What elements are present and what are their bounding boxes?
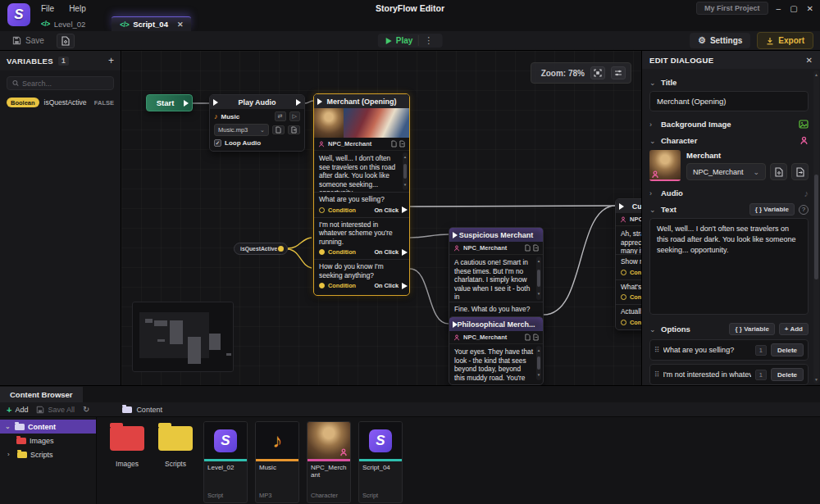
- delete-option-button[interactable]: Delete: [771, 368, 804, 381]
- canvas-settings-button[interactable]: [611, 66, 626, 79]
- tree-item-content[interactable]: ⌄ Content: [0, 420, 96, 434]
- section-title[interactable]: ⌄ Title: [649, 75, 809, 89]
- refresh-icon[interactable]: ↻: [83, 405, 89, 414]
- asset-folder-scripts[interactable]: Scripts: [155, 421, 196, 468]
- file-icon[interactable]: [391, 140, 397, 148]
- node-variable-isquestactive[interactable]: isQuestActive: [234, 243, 288, 255]
- file-arrow-icon[interactable]: [533, 334, 539, 341]
- browse-file-button[interactable]: [272, 125, 285, 134]
- file-icon[interactable]: [525, 244, 531, 252]
- panel-scrollbar[interactable]: ▲ ▼: [813, 70, 819, 384]
- input-port[interactable]: [453, 321, 458, 328]
- locate-character-button[interactable]: [791, 163, 809, 180]
- output-port[interactable]: [278, 246, 284, 252]
- character-select[interactable]: NPC_Merchant ⌄: [686, 163, 766, 180]
- output-port[interactable]: [402, 207, 408, 213]
- export-button[interactable]: Export: [757, 32, 813, 49]
- node-play-audio[interactable]: Play Audio ♪ Music ⇄ ▷ Music.mp3 ⌄: [209, 94, 305, 152]
- asset-card-level-02[interactable]: S Level_02 Script: [203, 421, 248, 503]
- audio-file-select[interactable]: Music.mp3 ⌄: [214, 124, 269, 136]
- scroll-down-icon[interactable]: ▼: [403, 181, 407, 190]
- search-input[interactable]: [22, 79, 108, 88]
- asset-card-script-04[interactable]: S Script_04 Script: [358, 421, 403, 503]
- tab-script-04[interactable]: </> Script_04 ✕: [112, 16, 191, 31]
- close-panel-icon[interactable]: ✕: [806, 56, 813, 65]
- scroll-thumb[interactable]: [403, 164, 407, 179]
- node-header[interactable]: Play Audio: [210, 95, 304, 109]
- project-badge[interactable]: My First Project: [696, 2, 768, 15]
- new-file-button[interactable]: [57, 34, 75, 48]
- option-text-input[interactable]: [663, 370, 751, 379]
- node-suspicious-merchant[interactable]: Suspicious Merchant NPC_Merchant A cauti…: [449, 227, 544, 329]
- option-row[interactable]: What are you selling? Condition On Click: [314, 192, 409, 217]
- output-port[interactable]: [184, 100, 189, 107]
- node-header[interactable]: Suspicious Merchant: [449, 228, 543, 242]
- menu-file[interactable]: File: [39, 2, 56, 15]
- scrollbar[interactable]: ▲▼: [403, 152, 408, 190]
- section-text[interactable]: ⌄ Text { } Variable ?: [649, 202, 809, 216]
- maximize-button[interactable]: ▢: [790, 4, 797, 13]
- play-options-kebab-icon[interactable]: ⋮: [417, 35, 439, 46]
- condition-port[interactable]: [621, 320, 626, 325]
- section-options[interactable]: ⌄ Options { } Variable + Add: [649, 322, 809, 336]
- save-button[interactable]: Save: [7, 34, 50, 48]
- dialogue-text[interactable]: A cautious one! Smart in these times. Bu…: [449, 255, 543, 302]
- chevron-right-icon[interactable]: ›: [7, 451, 14, 458]
- scroll-thumb[interactable]: [537, 270, 540, 286]
- section-background-image[interactable]: › Background Image: [649, 117, 809, 131]
- add-option-button[interactable]: + Add: [779, 323, 809, 335]
- drag-handle-icon[interactable]: ⠿: [654, 346, 659, 354]
- locate-file-button[interactable]: [288, 125, 300, 134]
- input-port[interactable]: [453, 232, 458, 238]
- option-row[interactable]: What's your best item? Condition: [616, 279, 641, 305]
- scroll-thumb[interactable]: [814, 175, 818, 280]
- scroll-up-icon[interactable]: ▲: [403, 153, 407, 162]
- scroll-down-icon[interactable]: ▼: [814, 377, 818, 382]
- condition-port[interactable]: [319, 207, 325, 213]
- preview-audio-button[interactable]: ▷: [289, 111, 300, 121]
- node-header[interactable]: Philosophical Merch...: [449, 317, 543, 331]
- node-philosophical-merchant[interactable]: Philosophical Merch... NPC_Merchant Your…: [449, 316, 544, 385]
- node-merchant-opening[interactable]: Merchant (Opening) NPC_Merchant Well, we…: [313, 93, 410, 296]
- option-row[interactable]: How do you know I'm seeking anything? Co…: [314, 259, 409, 295]
- variables-search[interactable]: [7, 76, 114, 90]
- input-port[interactable]: [213, 99, 218, 106]
- condition-port[interactable]: [621, 294, 626, 300]
- character-thumbnail[interactable]: [649, 150, 681, 181]
- scrollbar[interactable]: ▲▼: [536, 346, 541, 380]
- variable-row[interactable]: Boolean isQuestActive FALSE: [0, 93, 121, 111]
- variable-value[interactable]: FALSE: [94, 99, 114, 107]
- tab-close-icon[interactable]: ✕: [177, 20, 184, 29]
- content-browser-tab[interactable]: Content Browser: [0, 387, 83, 402]
- fit-view-button[interactable]: [590, 66, 605, 79]
- option-row[interactable]: I'm not interested in whatever scheme yo…: [314, 217, 409, 260]
- minimap[interactable]: [132, 302, 234, 372]
- add-variable-button[interactable]: +: [108, 56, 114, 66]
- file-arrow-icon[interactable]: [533, 244, 539, 252]
- option-row[interactable]: Show me your wares. Condition: [616, 254, 641, 279]
- settings-button[interactable]: ⚙ Settings: [690, 33, 750, 48]
- output-port[interactable]: [296, 99, 301, 106]
- browse-character-button[interactable]: [770, 163, 787, 180]
- tab-level-02[interactable]: </> Level_02: [33, 16, 93, 31]
- file-icon[interactable]: [525, 334, 531, 341]
- dialogue-text[interactable]: Your eyes. They have that look - the kin…: [449, 344, 543, 382]
- node-header[interactable]: Curious Merchant: [616, 199, 641, 213]
- section-audio[interactable]: › Audio ♪: [649, 186, 809, 200]
- option-text-input[interactable]: [663, 346, 751, 354]
- node-graph-canvas[interactable]: Zoom: 78% Start Play Audio: [121, 51, 641, 385]
- help-icon[interactable]: ?: [799, 205, 809, 215]
- chevron-down-icon[interactable]: ⌄: [5, 423, 11, 430]
- scroll-thumb[interactable]: [537, 356, 540, 370]
- close-button[interactable]: ✕: [807, 4, 813, 13]
- add-asset-button[interactable]: + Add: [7, 405, 28, 415]
- output-port[interactable]: [402, 249, 408, 256]
- delete-option-button[interactable]: Delete: [771, 343, 804, 356]
- scrollbar[interactable]: ▲▼: [536, 257, 541, 300]
- condition-port[interactable]: [621, 270, 626, 275]
- tree-item-images[interactable]: Images: [0, 434, 96, 447]
- input-port[interactable]: [317, 98, 322, 105]
- node-header[interactable]: Merchant (Opening): [314, 94, 409, 108]
- option-row[interactable]: Actually, never mind. Condition: [616, 304, 641, 329]
- save-all-button[interactable]: Save All: [36, 406, 75, 414]
